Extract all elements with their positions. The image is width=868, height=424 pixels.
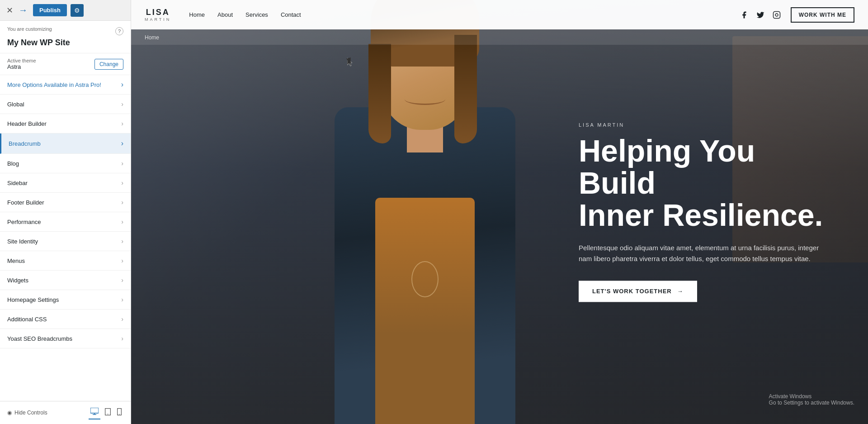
- eye-icon: ◉: [7, 410, 12, 416]
- sidebar-item-widgets[interactable]: Widgets ›: [0, 271, 131, 290]
- hero-name-tag: LISA MARTIN: [579, 122, 832, 128]
- logo-name: LISA: [146, 8, 170, 17]
- menu-item-label: Yoast SEO Breadcrumbs: [7, 335, 72, 342]
- panel-footer: ◉ Hide Controls: [0, 401, 131, 424]
- breadcrumb: Home: [145, 34, 159, 41]
- sidebar-item-breadcrumb[interactable]: Breadcrumb ›: [0, 133, 131, 154]
- hero-headline-line2: Inner Resilience.: [579, 198, 823, 233]
- menu-item-label: Blog: [7, 160, 19, 167]
- active-theme-label: Active theme: [7, 58, 36, 63]
- chevron-right-icon: ›: [121, 81, 123, 89]
- nav-home[interactable]: Home: [189, 11, 205, 18]
- sidebar-item-global[interactable]: Global ›: [0, 95, 131, 114]
- cta-label: LET'S WORK TOGETHER: [592, 288, 672, 295]
- chevron-right-icon: ›: [121, 199, 123, 206]
- tablet-icon: [105, 408, 111, 415]
- sidebar-item-menus[interactable]: Menus ›: [0, 251, 131, 271]
- activate-windows-line2: Go to Settings to activate Windows.: [769, 400, 854, 406]
- svg-point-6: [119, 414, 120, 415]
- chevron-right-icon: ›: [121, 296, 123, 303]
- hide-controls-button[interactable]: ◉ Hide Controls: [7, 410, 47, 416]
- hero-headline-line1: Helping You Build: [579, 133, 755, 200]
- device-icons-group: [89, 406, 123, 419]
- tablet-view-button[interactable]: [103, 406, 113, 419]
- sidebar-item-blog[interactable]: Blog ›: [0, 154, 131, 173]
- customizer-panel: ✕ → Publish ⚙ You are customizing ? My N…: [0, 0, 131, 424]
- chevron-right-icon: ›: [121, 100, 123, 108]
- nav-about[interactable]: About: [217, 11, 233, 18]
- chevron-right-icon: ›: [121, 238, 123, 245]
- chevron-right-icon: ›: [121, 218, 123, 225]
- astra-pro-label: More Options Available in Astra Pro!: [7, 81, 101, 88]
- twitter-icon[interactable]: [755, 10, 765, 20]
- close-button[interactable]: ✕: [5, 4, 15, 17]
- publish-label: Publish: [39, 7, 61, 14]
- panel-info: You are customizing ?: [0, 21, 131, 37]
- hero-headline: Helping You Build Inner Resilience.: [579, 135, 832, 232]
- settings-gear-button[interactable]: ⚙: [71, 4, 84, 17]
- menu-item-label: Footer Builder: [7, 199, 44, 206]
- menu-item-label: Site Identity: [7, 238, 38, 245]
- menu-item-label: Menus: [7, 257, 25, 264]
- nav-links: Home About Services Contact: [189, 11, 739, 18]
- mobile-icon: [117, 408, 122, 415]
- help-button[interactable]: ?: [115, 27, 123, 35]
- site-logo: LISA MARTIN: [145, 8, 171, 22]
- activate-windows-watermark: Activate Windows Go to Settings to activ…: [769, 393, 854, 406]
- panel-header: ✕ → Publish ⚙: [0, 0, 131, 21]
- sidebar-item-performance[interactable]: Performance ›: [0, 212, 131, 232]
- cta-arrow-icon: →: [677, 288, 684, 295]
- chevron-right-icon: ›: [121, 335, 123, 342]
- site-title: My New WP Site: [0, 37, 131, 53]
- arrow-icon: →: [19, 5, 28, 15]
- breadcrumb-bar: Home: [131, 29, 868, 45]
- inner-shirt: [375, 198, 475, 424]
- svg-rect-0: [90, 408, 99, 413]
- sidebar-item-yoast-seo-breadcrumbs[interactable]: Yoast SEO Breadcrumbs ›: [0, 329, 131, 348]
- sidebar-item-sidebar[interactable]: Sidebar ›: [0, 173, 131, 193]
- sidebar-item-additional-css[interactable]: Additional CSS ›: [0, 310, 131, 329]
- change-theme-button[interactable]: Change: [94, 59, 123, 70]
- chevron-right-icon: ›: [121, 276, 123, 284]
- gear-icon: ⚙: [74, 7, 80, 14]
- chevron-right-icon: ›: [121, 179, 123, 186]
- hero-content: LISA MARTIN Helping You Build Inner Resi…: [579, 122, 832, 302]
- astra-pro-banner[interactable]: More Options Available in Astra Pro! ›: [0, 75, 131, 95]
- sidebar-item-header-builder[interactable]: Header Builder ›: [0, 114, 131, 133]
- facebook-icon[interactable]: [739, 10, 749, 20]
- work-with-me-button[interactable]: WORK WITH ME: [791, 7, 854, 23]
- hair-right: [454, 35, 477, 143]
- nav-services[interactable]: Services: [245, 11, 268, 18]
- theme-row: Active theme Astra Change: [0, 53, 131, 75]
- menu-item-label: Breadcrumb: [9, 140, 41, 147]
- menu-list: Global › Header Builder › Breadcrumb › B…: [0, 95, 131, 348]
- mobile-view-button[interactable]: [115, 406, 123, 419]
- chevron-right-icon: ›: [121, 315, 123, 323]
- menu-item-label: Homepage Settings: [7, 296, 59, 303]
- menu-item-label: Header Builder: [7, 120, 47, 127]
- svg-point-4: [108, 414, 108, 414]
- instagram-icon[interactable]: [772, 10, 782, 20]
- close-icon: ✕: [6, 6, 13, 15]
- nav-social: [739, 10, 782, 20]
- sidebar-item-homepage-settings[interactable]: Homepage Settings ›: [0, 290, 131, 310]
- menu-item-label: Additional CSS: [7, 316, 47, 323]
- cta-button[interactable]: LET'S WORK TOGETHER →: [579, 281, 697, 302]
- chevron-right-icon: ›: [121, 120, 123, 127]
- sidebar-item-footer-builder[interactable]: Footer Builder ›: [0, 193, 131, 212]
- activate-windows-line1: Activate Windows: [769, 393, 854, 400]
- chevron-right-icon: ›: [121, 139, 123, 148]
- svg-rect-7: [773, 11, 780, 18]
- sidebar-item-site-identity[interactable]: Site Identity ›: [0, 232, 131, 251]
- desktop-icon: [90, 408, 99, 415]
- menu-item-label: Widgets: [7, 277, 28, 284]
- chevron-right-icon: ›: [121, 160, 123, 167]
- mouth-area: [405, 94, 445, 105]
- publish-button[interactable]: Publish: [33, 4, 67, 16]
- hair-left: [368, 44, 391, 143]
- hero-person-figure: [321, 27, 529, 424]
- hide-controls-label: Hide Controls: [14, 410, 47, 416]
- desktop-view-button[interactable]: [89, 406, 100, 419]
- nav-contact[interactable]: Contact: [281, 11, 301, 18]
- site-navbar: LISA MARTIN Home About Services Contact …: [131, 0, 868, 29]
